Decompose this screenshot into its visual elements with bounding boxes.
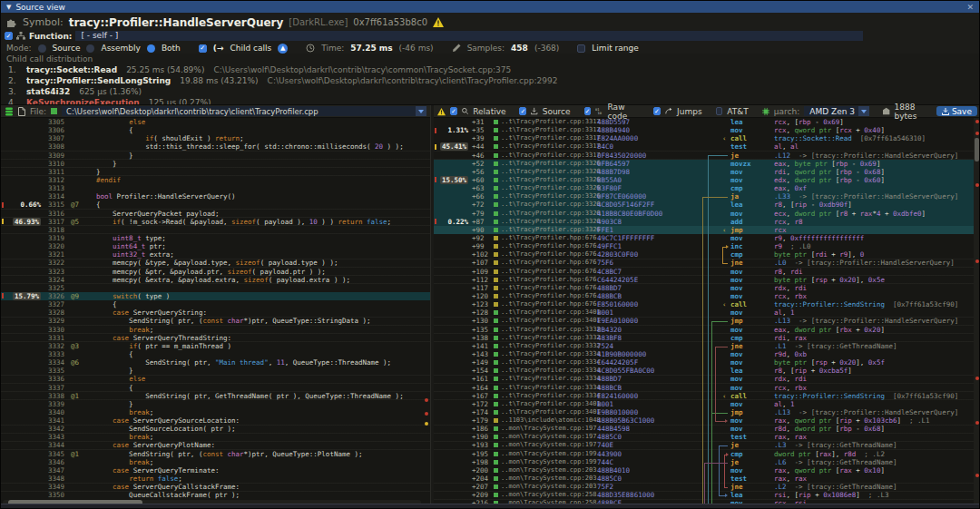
asm-row[interactable]: +138..t\TracyProfiler.cpp:3332483BF8cmpr… xyxy=(434,334,980,342)
source-line[interactable]: 3323 memcpy( &ptr, &payload.ptr, sizeof(… xyxy=(1,268,430,276)
source-line[interactable]: 3339 } xyxy=(1,400,430,408)
source-line[interactable]: 3330 break; xyxy=(1,326,430,334)
asm-row[interactable]: +99..t\TracyProfiler.hpp:67649FFC1incr9 … xyxy=(434,242,980,250)
save-button[interactable]: Save xyxy=(936,106,977,116)
asm-row[interactable]: +112..t\TracyProfiler.hpp:676C64424205Em… xyxy=(434,276,980,284)
source-line[interactable]: 3320 uint64_t ptr; xyxy=(1,242,430,250)
child-calls-checkbox[interactable]: ✓ xyxy=(199,44,207,53)
limit-range-label[interactable]: Limit range xyxy=(592,44,638,53)
source-line[interactable]: 3333 { xyxy=(1,350,430,358)
asm-row[interactable]: +190..mon\TracySystem.cpp:1974885C0testr… xyxy=(434,433,980,441)
source-line[interactable]: 3308 std::this_thread::sleep_for( std::c… xyxy=(1,142,430,151)
source-line[interactable]: 0.66%3315@7{ xyxy=(1,201,430,209)
asm-row[interactable]: 45.41%+44..t\TracyProfiler.cpp:331784C0t… xyxy=(434,142,980,151)
source-line[interactable]: 3334@6 SendString( ptr, "Main thread", 1… xyxy=(1,358,430,367)
source-line[interactable]: 3338@1 SendString( ptr, GetThreadName( p… xyxy=(1,392,430,400)
uarch-select[interactable]: AMD Zen 3 xyxy=(804,106,869,116)
source-line[interactable]: 3331 case ServerQueryThreadString: xyxy=(1,334,430,342)
close-icon[interactable]: ✕ xyxy=(966,2,974,13)
asm-row[interactable]: +39..t\TracyProfiler.cpp:3317E824AA0000‹… xyxy=(434,134,980,142)
asm-row[interactable]: +120..t\TracyProfiler.hpp:676488BCBmovrc… xyxy=(434,292,980,300)
source-vertical-scrollbar[interactable] xyxy=(423,118,429,498)
source-line[interactable]: 3345@1 SendString( ptr, (const char*)ptr… xyxy=(1,450,430,458)
asm-row[interactable]: +161..t\TracyProfiler.cpp:3334488BD7movr… xyxy=(434,375,980,383)
source-line[interactable]: 3347 case ServerQueryTerminate: xyxy=(1,466,430,475)
asm-row[interactable]: +198..mon\TracySystem.cpp:199744Cje.L6 -… xyxy=(434,458,980,466)
source-line[interactable]: 3340 break; xyxy=(1,408,430,416)
limit-range-checkbox[interactable] xyxy=(577,44,585,53)
mode-option-both[interactable]: Both xyxy=(162,44,181,53)
asm-row[interactable]: +135..t\TracyProfiler.cpp:33328B4320move… xyxy=(434,326,980,334)
mode-radio-source[interactable] xyxy=(38,44,46,53)
att-label[interactable]: AT&T xyxy=(727,107,748,116)
raw-code-checkbox[interactable]: ✓ xyxy=(584,107,592,115)
asm-row[interactable]: +164..t\TracyProfiler.cpp:3334488BCBmovr… xyxy=(434,384,980,392)
asm-row[interactable]: +102..t\TracyProfiler.hpp:67642803C0F00c… xyxy=(434,250,980,259)
asm-row[interactable]: +172..t\TracyProfiler.cpp:3401B001moval,… xyxy=(434,400,980,408)
jumps-label[interactable]: Jumps xyxy=(677,107,702,116)
asm-row[interactable]: +46..t\TracyProfiler.cpp:33170F843502000… xyxy=(434,152,980,160)
att-checkbox[interactable] xyxy=(716,107,723,115)
mode-radio-both[interactable] xyxy=(147,44,155,53)
source-line[interactable]: 3332@3 if( ptr == m_mainThread ) xyxy=(1,342,430,350)
source-line[interactable]: 15.79%3326@9 switch( type ) xyxy=(1,292,430,300)
file-path-select[interactable]: C:\Users\wolf\Desktop\darkrl\contrib\tra… xyxy=(62,106,426,116)
scrollbar-thumb[interactable] xyxy=(975,138,979,162)
asm-row[interactable]: +52..t\TracyProfiler.cpp:33260FB64597mov… xyxy=(434,160,980,168)
distribution-entry[interactable]: 4.KeSynchronizeExecution125 μs (0.27%) xyxy=(1,97,979,104)
asm-row[interactable]: 15.50%+60..t\TracyProfiler.cpp:33268B55A… xyxy=(434,176,980,184)
source-line[interactable]: 3335 } xyxy=(1,367,430,375)
source-checkbox[interactable]: ✓ xyxy=(519,107,526,115)
source-line[interactable]: 3306 { xyxy=(1,126,430,134)
collapse-icon[interactable]: ▼ xyxy=(6,2,11,13)
asm-row[interactable]: +207..mon\TracySystem.cpp:20375F2jne.L2 … xyxy=(434,483,980,491)
asm-row[interactable]: +154..t\TracyProfiler.cpp:33344C8D055FBA… xyxy=(434,367,980,375)
asm-row[interactable]: +107..t\TracyProfiler.hpp:67675F6jne.L0 … xyxy=(434,259,980,267)
source-line[interactable]: 3337 { xyxy=(1,384,430,392)
asm-row[interactable]: +143..t\TracyProfiler.cpp:333441B90B0000… xyxy=(434,350,980,358)
asm-row[interactable]: +123..t\TracyProfiler.hpp:676E850160000‹… xyxy=(434,300,980,308)
source-line[interactable]: 3319 uint8_t type; xyxy=(1,234,430,242)
asm-row[interactable]: +130..t\TracyProfiler.cpp:3401E9EA010000… xyxy=(434,317,980,325)
jumps-checkbox[interactable]: ✓ xyxy=(653,107,661,115)
window-bottom-edge[interactable] xyxy=(1,504,979,508)
distribution-entry[interactable]: 2.tracy::Profiler::SendLongString19.88 m… xyxy=(1,75,979,86)
asm-row[interactable]: +128..t\TracyProfiler.cpp:3401B001moval,… xyxy=(434,308,980,317)
source-line[interactable]: 3344 case ServerQueryPlotName: xyxy=(1,441,430,449)
source-line[interactable]: 3329 SendString( ptr, (const char*)ptr, … xyxy=(1,317,430,325)
source-line[interactable]: 3311} xyxy=(1,168,430,176)
asm-row[interactable]: +109..t\TracyProfiler.hpp:6764C8BC7movr8… xyxy=(434,268,980,276)
child-calls-label[interactable]: Child calls xyxy=(230,44,271,53)
source-line[interactable]: 3348 return false; xyxy=(1,475,430,483)
source-line[interactable]: 3305 else xyxy=(1,118,430,126)
file-dropdown-icon[interactable] xyxy=(416,106,426,116)
asm-row[interactable]: +63..t\TracyProfiler.cpp:332683F80Fcmpea… xyxy=(434,184,980,192)
source-line[interactable]: 3324 memcpy( &extra, &payload.extra, siz… xyxy=(1,276,430,284)
source-line[interactable]: 3309 } xyxy=(1,152,430,160)
function-checkbox[interactable]: ✓ xyxy=(5,32,13,40)
distribution-entry[interactable]: 3.stat64i32625 μs (1.36%) xyxy=(1,86,979,97)
mode-option-assembly[interactable]: Assembly xyxy=(101,44,140,53)
source-line[interactable]: 3349 case ServerQueryCallstackFrame: xyxy=(1,483,430,491)
asm-row[interactable]: 1.31%+35..t\TracyProfiler.cpp:3317488B49… xyxy=(434,126,980,134)
source-line[interactable]: 3336 else xyxy=(1,375,430,383)
source-line[interactable]: 3327 { xyxy=(1,300,430,308)
asm-row[interactable]: +174..t\TracyProfiler.cpp:3401E9B8010000… xyxy=(434,408,980,416)
asm-row[interactable]: +66..t\TracyProfiler.cpp:33260F87CE06000… xyxy=(434,192,980,201)
asm-row[interactable]: +167..t\TracyProfiler.cpp:3334E824160000… xyxy=(434,392,980,400)
asm-row[interactable]: +56..t\TracyProfiler.cpp:3326488B7D98mov… xyxy=(434,168,980,176)
mode-option-source[interactable]: Source xyxy=(53,44,81,53)
source-line[interactable]: 3316 ServerQueryPacket payload; xyxy=(1,210,430,218)
function-select[interactable]: [ - self - ] xyxy=(75,31,863,41)
asm-row[interactable]: +195..mon\TracySystem.cpp:199443900cmpdw… xyxy=(434,450,980,458)
asm-row[interactable]: +179..1103\include\atomic:1048488B05B63C… xyxy=(434,416,980,425)
asm-row[interactable]: +90..t\TracyProfiler.cpp:3326FFE1‹jmprcx xyxy=(434,226,980,234)
asm-row[interactable]: +92..t\TracyProfiler.hpp:67649C7C1FFFFFF… xyxy=(434,234,980,242)
source-line[interactable]: 3342 SendSourceLocation( ptr ); xyxy=(1,425,430,433)
collapse-header-button[interactable]: ▲ xyxy=(278,44,288,54)
relative-checkbox[interactable]: ✓ xyxy=(450,107,457,115)
asm-row[interactable]: +72..t\TracyProfiler.cpp:33264C8D05F146F… xyxy=(434,201,980,209)
source-line[interactable]: 3328 case ServerQueryString: xyxy=(1,308,430,317)
uarch-dropdown-icon[interactable] xyxy=(858,106,869,116)
source-line[interactable]: 3346 break; xyxy=(1,458,430,466)
